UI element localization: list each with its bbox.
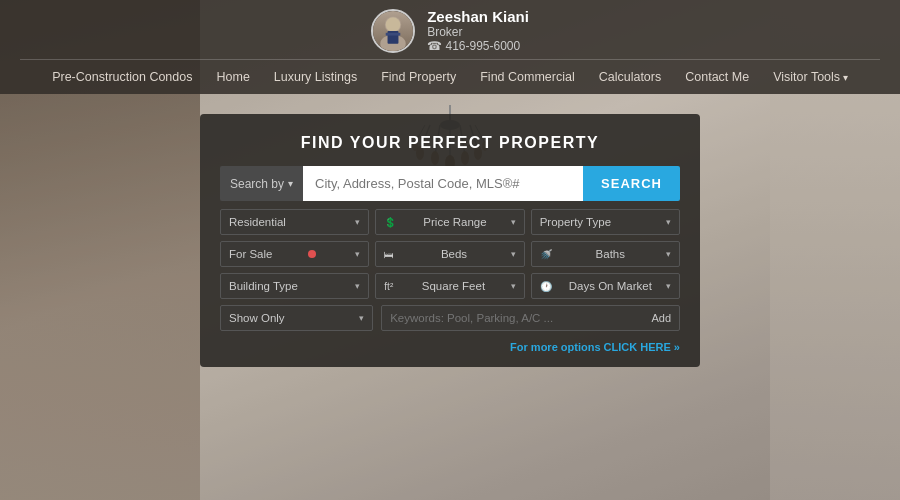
- status-filter[interactable]: For Sale: [220, 241, 369, 267]
- nav-visitor-tools[interactable]: Visitor Tools: [761, 66, 860, 88]
- status-filter-label: For Sale: [229, 248, 272, 260]
- footer-row: For more options CLICK HERE »: [220, 337, 680, 355]
- dom-filter-label: Days On Market: [569, 280, 652, 292]
- footer-static-text: For more options: [510, 341, 600, 353]
- beds-filter[interactable]: 🛏 Beds: [375, 241, 524, 267]
- nav-find-property[interactable]: Find Property: [369, 66, 468, 88]
- filter-grid: Residential 💲 Price Range Property Type …: [220, 209, 680, 299]
- nav-pre-construction[interactable]: Pre-Construction Condos: [40, 66, 204, 88]
- nav-contact[interactable]: Contact Me: [673, 66, 761, 88]
- search-panel: FIND YOUR PERFECT PROPERTY Search by SEA…: [200, 114, 700, 367]
- add-keyword-button[interactable]: Add: [651, 312, 671, 324]
- agent-title: Broker: [427, 25, 529, 39]
- property-type-label: Property Type: [540, 216, 611, 228]
- status-dot: [308, 250, 316, 258]
- beds-icon: 🛏: [384, 249, 394, 260]
- beds-filter-label: Beds: [441, 248, 467, 260]
- baths-filter[interactable]: 🚿 Baths: [531, 241, 680, 267]
- keyword-input-wrap: Add: [381, 305, 680, 331]
- type-filter[interactable]: Residential: [220, 209, 369, 235]
- footer-text: For more options CLICK HERE »: [510, 341, 680, 353]
- sqft-filter[interactable]: ft² Square Feet: [375, 273, 524, 299]
- price-filter[interactable]: 💲 Price Range: [375, 209, 524, 235]
- panel-title: FIND YOUR PERFECT PROPERTY: [220, 134, 680, 152]
- building-filter-label: Building Type: [229, 280, 298, 292]
- svg-rect-20: [386, 32, 401, 35]
- dom-filter[interactable]: 🕐 Days On Market: [531, 273, 680, 299]
- show-only-filter[interactable]: Show Only: [220, 305, 373, 331]
- keyword-row: Show Only Add: [220, 305, 680, 331]
- svg-point-18: [386, 17, 401, 32]
- sqft-filter-label: Square Feet: [422, 280, 485, 292]
- header: Zeeshan Kiani Broker ☎ 416-995-6000 Pre-…: [0, 0, 900, 94]
- agent-info: Zeeshan Kiani Broker ☎ 416-995-6000: [427, 8, 529, 53]
- agent-phone: ☎ 416-995-6000: [427, 39, 529, 53]
- keyword-input[interactable]: [390, 306, 651, 330]
- baths-icon: 🚿: [540, 249, 552, 260]
- search-input[interactable]: [303, 166, 583, 201]
- baths-filter-label: Baths: [596, 248, 625, 260]
- show-only-wrap: Show Only: [220, 305, 373, 331]
- dom-icon: 🕐: [540, 281, 552, 292]
- search-by-button[interactable]: Search by: [220, 166, 303, 201]
- price-filter-label: Price Range: [423, 216, 486, 228]
- nav-luxury[interactable]: Luxury Listings: [262, 66, 369, 88]
- search-button[interactable]: SEARCH: [583, 166, 680, 201]
- show-only-label: Show Only: [229, 312, 285, 324]
- agent-name: Zeeshan Kiani: [427, 8, 529, 25]
- nav-calculators[interactable]: Calculators: [587, 66, 674, 88]
- main-nav: Pre-Construction Condos Home Luxury List…: [20, 60, 880, 94]
- price-icon: 💲: [384, 217, 396, 228]
- main-search-row: Search by SEARCH: [220, 166, 680, 201]
- type-filter-label: Residential: [229, 216, 286, 228]
- avatar-image: [373, 11, 413, 51]
- avatar: [371, 9, 415, 53]
- footer-link-click[interactable]: CLICK HERE »: [604, 341, 680, 353]
- property-type-filter[interactable]: Property Type: [531, 209, 680, 235]
- sqft-icon: ft²: [384, 281, 393, 292]
- agent-bar: Zeeshan Kiani Broker ☎ 416-995-6000: [20, 8, 880, 60]
- nav-find-commercial[interactable]: Find Commercial: [468, 66, 586, 88]
- building-filter[interactable]: Building Type: [220, 273, 369, 299]
- nav-home[interactable]: Home: [204, 66, 261, 88]
